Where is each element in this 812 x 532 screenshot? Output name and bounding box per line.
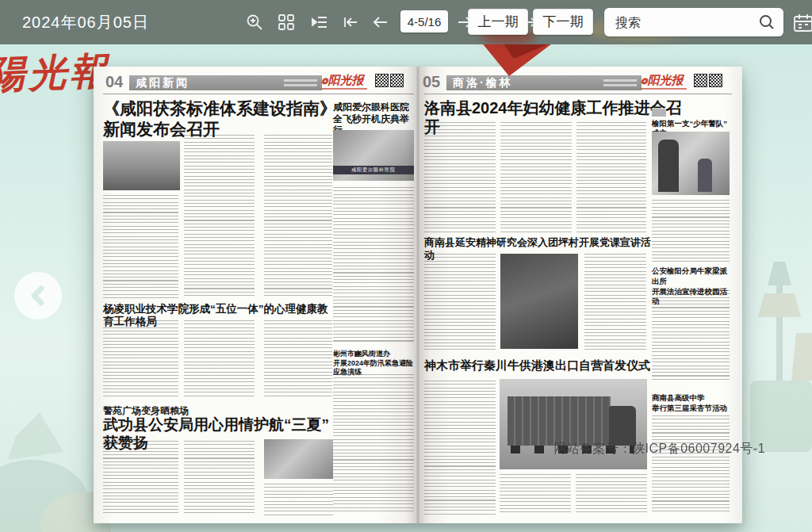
left-section-banner: 咸阳新闻 — [129, 75, 322, 90]
body-text — [184, 441, 255, 515]
issue-date: 2024年06月05日 — [22, 12, 149, 33]
calendar-icon[interactable] — [793, 13, 812, 33]
photo-figure — [698, 159, 712, 192]
body-text — [424, 122, 496, 235]
body-text — [184, 320, 255, 396]
body-text — [103, 441, 178, 515]
header-rule — [103, 94, 414, 94]
masthead-underline — [321, 88, 367, 90]
truck-cargo — [508, 396, 611, 446]
headline-shenmu[interactable]: 神木市举行秦川牛供港澳出口自营首发仪式 — [424, 358, 654, 373]
body-text — [184, 135, 255, 298]
body-text — [652, 200, 730, 262]
prev-spread-button[interactable] — [14, 272, 62, 320]
conference-photo — [103, 141, 180, 190]
headline-fucha[interactable]: 《咸阳茯茶标准体系建设指南》 新闻发布会召开 — [103, 98, 341, 139]
eye-hospital-photo: 咸阳爱尔眼科医院 — [333, 130, 414, 181]
body-text — [500, 474, 571, 515]
body-text — [333, 374, 414, 514]
body-text — [424, 381, 496, 515]
search-input[interactable] — [614, 8, 752, 38]
toolbar: 2024年06月05日 4-5/16 上一期 下一期 — [0, 0, 812, 44]
qr-code — [709, 74, 722, 87]
icp-record-number: 网站备案号：陕ICP备06007924号-1 — [553, 441, 765, 457]
body-text — [264, 135, 332, 298]
body-text — [652, 290, 730, 381]
next-issue-button[interactable]: 下一期 — [533, 9, 593, 35]
left-page-number: 04 — [105, 73, 123, 91]
body-text — [500, 122, 572, 235]
body-text — [333, 187, 414, 344]
edition-info — [603, 77, 637, 86]
body-text — [264, 320, 332, 396]
epaper-reader: 陽光報 2024年06月05日 4-5/1 — [0, 0, 812, 532]
body-text — [264, 484, 333, 515]
masthead-underline — [641, 88, 687, 90]
prev-issue-button[interactable]: 上一期 — [468, 9, 528, 35]
prev-page-icon[interactable] — [371, 13, 389, 31]
body-text — [584, 254, 646, 352]
body-text — [652, 415, 730, 512]
truck-cab — [609, 406, 636, 446]
page-indicator[interactable]: 4-5/16 — [400, 10, 448, 33]
page-spine — [406, 67, 430, 523]
search-box — [604, 8, 783, 36]
grain-yard-photo — [264, 439, 333, 479]
pagoda-watermark — [750, 262, 812, 452]
headline-shangnan-school[interactable]: 商南县高级中学 举行第三届采杏节活动 — [652, 393, 731, 414]
qr-code — [375, 74, 389, 87]
photo-figure — [658, 140, 679, 192]
body-text — [103, 320, 178, 396]
photo-banner-text: 咸阳爱尔眼科医院 — [333, 166, 414, 174]
body-text — [576, 474, 647, 515]
column-tag — [652, 109, 666, 117]
left-masthead-logo: ❂阳光报 — [321, 73, 363, 88]
search-icon[interactable] — [758, 13, 776, 31]
edition-info — [284, 77, 317, 86]
body-text — [576, 122, 646, 235]
header-rule — [424, 94, 732, 94]
qr-code — [694, 74, 707, 87]
zoom-in-icon[interactable] — [246, 13, 263, 31]
grid-view-icon[interactable] — [278, 13, 295, 31]
party-lecture-photo — [500, 254, 578, 349]
headline-binzhou[interactable]: 彬州市豳风街道办 开展2024年防汛紧急避险应急演练 — [333, 350, 414, 377]
first-page-icon[interactable] — [342, 13, 359, 31]
young-police-photo — [652, 132, 730, 195]
body-text — [103, 195, 178, 298]
right-masthead-logo: ❂阳光报 — [641, 73, 683, 88]
body-text — [424, 254, 496, 352]
chevron-left-icon — [28, 285, 48, 306]
red-ribbon-art — [474, 41, 558, 78]
toc-list-icon[interactable] — [311, 13, 328, 31]
qr-code — [390, 74, 404, 87]
